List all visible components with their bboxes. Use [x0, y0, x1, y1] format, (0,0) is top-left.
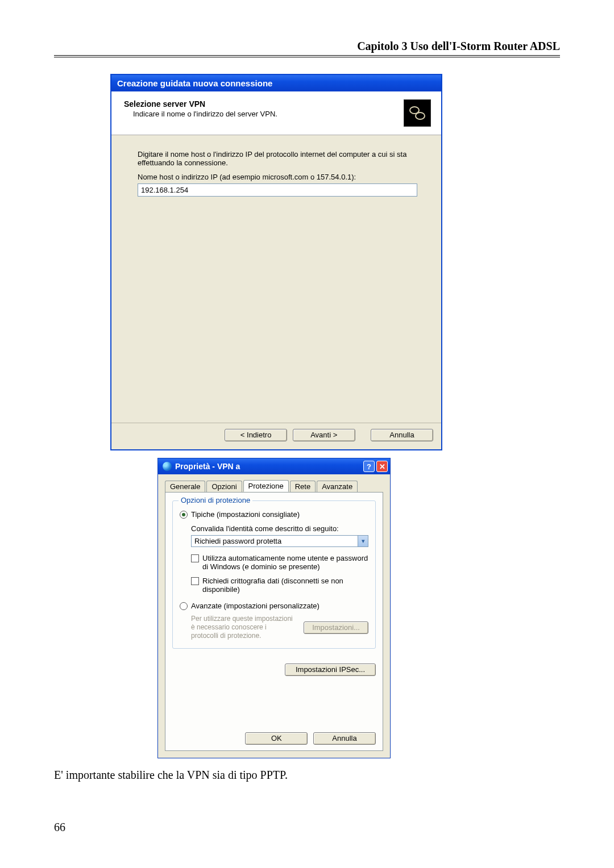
- ok-button[interactable]: OK: [245, 732, 308, 745]
- tab-generale[interactable]: Generale: [165, 481, 205, 493]
- tab-strip: Generale Opzioni Protezione Rete Avanzat…: [158, 474, 390, 492]
- cancel-button-props[interactable]: Annulla: [313, 732, 376, 745]
- bottom-caption: E' importante stabilire che la VPN sia d…: [54, 769, 560, 782]
- radio-typical[interactable]: [180, 511, 188, 519]
- tab-protezione[interactable]: Protezione: [243, 480, 289, 492]
- protection-groupbox: Opzioni di protezione Tipiche (impostazi…: [172, 500, 376, 649]
- ipsec-row: Impostazioni IPSec...: [172, 663, 376, 676]
- check-auto[interactable]: [191, 554, 199, 562]
- tab-avanzate[interactable]: Avanzate: [317, 481, 358, 493]
- next-button[interactable]: Avanti >: [293, 429, 355, 441]
- radio-advanced-label: Avanzate (impostazioni personalizzate): [191, 602, 320, 610]
- wizard-window: Creazione guidata nuova connessione Sele…: [111, 74, 442, 450]
- check-encrypt-label: Richiedi crittografia dati (disconnetti …: [202, 577, 368, 594]
- validate-combo[interactable]: Richiedi password protetta ▾: [191, 535, 368, 547]
- connection-icon: [163, 462, 172, 471]
- back-button[interactable]: < Indietro: [225, 429, 287, 441]
- radio-advanced[interactable]: [180, 602, 188, 610]
- properties-titlebar[interactable]: Proprietà - VPN a ? ✕: [158, 458, 390, 474]
- validate-label: Convalida l'identità come descritto di s…: [191, 524, 368, 533]
- properties-dialog: Proprietà - VPN a ? ✕ Generale Opzioni P…: [157, 458, 391, 758]
- wizard-header-area: Selezione server VPN Indicare il nome o …: [111, 91, 441, 135]
- ipsec-settings-button[interactable]: Impostazioni IPSec...: [285, 663, 376, 676]
- validate-combo-value: Richiedi password protetta: [192, 536, 358, 546]
- check-auto-row[interactable]: Utilizza automaticamente nome utente e p…: [191, 554, 368, 571]
- dialog-buttons: OK Annulla: [242, 732, 376, 745]
- settings-button: Impostazioni...: [304, 621, 368, 634]
- wizard-heading: Selezione server VPN: [124, 99, 404, 108]
- tab-panel-protezione: Opzioni di protezione Tipiche (impostazi…: [165, 492, 383, 751]
- tab-opzioni[interactable]: Opzioni: [206, 481, 242, 493]
- page-number: 66: [54, 821, 65, 834]
- svg-point-1: [416, 112, 425, 119]
- groupbox-title: Opzioni di protezione: [179, 496, 252, 504]
- check-auto-label: Utilizza automaticamente nome utente e p…: [202, 554, 368, 571]
- radio-typical-label: Tipiche (impostazioni consigliate): [191, 510, 300, 519]
- chevron-down-icon[interactable]: ▾: [358, 536, 368, 546]
- wizard-header-texts: Selezione server VPN Indicare il nome o …: [124, 99, 404, 118]
- radio-advanced-row[interactable]: Avanzate (impostazioni personalizzate): [180, 602, 368, 610]
- properties-title: Proprietà - VPN a: [175, 462, 240, 471]
- wizard-button-row: < Indietro Avanti > Annulla: [111, 423, 441, 449]
- document-page: Capitolo 3 Uso dell'I-Storm Router ADSL …: [0, 0, 614, 868]
- check-encrypt-row[interactable]: Richiedi crittografia dati (disconnetti …: [191, 577, 368, 594]
- wizard-body-text-2: Nome host o indirizzo IP (ad esempio mic…: [138, 173, 418, 181]
- close-icon[interactable]: ✕: [376, 461, 388, 472]
- vpn-icon: [404, 99, 431, 127]
- wizard-body-text-1: Digitare il nome host o l'indirizzo IP d…: [138, 150, 418, 167]
- help-icon[interactable]: ?: [363, 461, 375, 472]
- radio-typical-row[interactable]: Tipiche (impostazioni consigliate): [180, 510, 368, 519]
- wizard-titlebar[interactable]: Creazione guidata nuova connessione: [111, 75, 441, 91]
- advanced-note-row: Per utilizzare queste impostazioni è nec…: [191, 615, 368, 640]
- wizard-body: Digitare il nome host o l'indirizzo IP d…: [111, 135, 441, 320]
- advanced-note: Per utilizzare queste impostazioni è nec…: [191, 615, 294, 640]
- page-header: Capitolo 3 Uso dell'I-Storm Router ADSL: [54, 40, 560, 57]
- cancel-button[interactable]: Annulla: [371, 429, 433, 441]
- wizard-subheading: Indicare il nome o l'indirizzo del serve…: [133, 110, 404, 118]
- vpn-host-input[interactable]: [138, 183, 417, 197]
- tab-rete[interactable]: Rete: [290, 481, 316, 493]
- check-encrypt[interactable]: [191, 577, 199, 585]
